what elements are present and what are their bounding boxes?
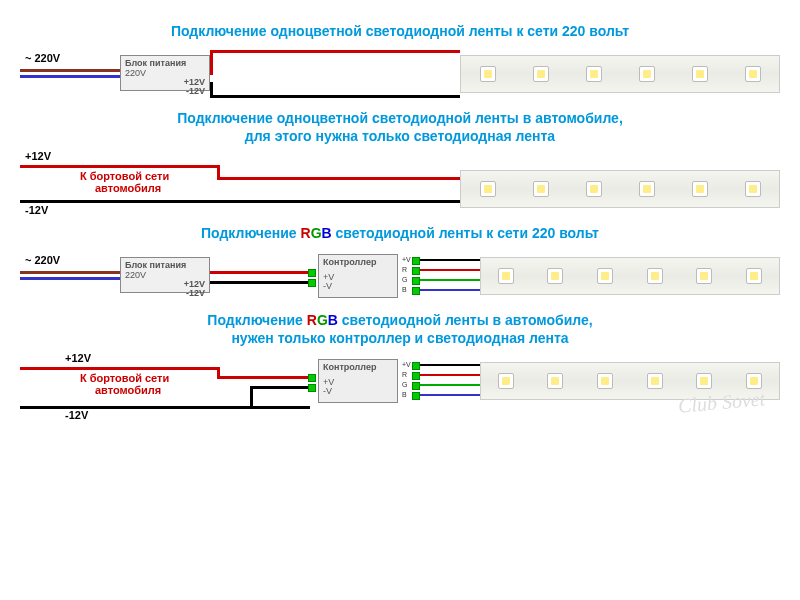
led	[547, 373, 563, 389]
title-2a: Подключение одноцветной светодиодной лен…	[20, 110, 780, 126]
led	[498, 373, 514, 389]
wire-12v-neg-v	[210, 82, 213, 98]
led	[647, 373, 663, 389]
ctrl-vp: +V	[323, 273, 393, 282]
out-g: G	[402, 276, 407, 283]
wire-neg-2	[250, 386, 310, 389]
rgb-r: R	[307, 312, 317, 328]
power-supply: Блок питания 220V +12V -12V	[120, 257, 210, 293]
led	[498, 268, 514, 284]
ctrl-title: Контроллер	[323, 362, 393, 372]
led	[647, 268, 663, 284]
terminal	[412, 372, 420, 380]
title-3-post: светодиодной ленты к сети 220 вольт	[332, 225, 599, 241]
wire-pos-1	[20, 165, 220, 168]
out-g: G	[402, 381, 407, 388]
label-minus12: -12V	[65, 409, 88, 421]
diagram-1: ~ 220V Блок питания 220V +12V -12V	[20, 47, 780, 102]
wire-v	[420, 259, 480, 261]
title-4a: Подключение RGB светодиодной ленты в авт…	[20, 312, 780, 328]
led	[745, 66, 761, 82]
wire-pos-2	[217, 177, 460, 180]
led	[480, 181, 496, 197]
led	[597, 268, 613, 284]
led	[745, 181, 761, 197]
ctrl-vp: +V	[323, 378, 393, 387]
led	[597, 373, 613, 389]
wire-12v-pos-v	[210, 50, 213, 75]
psu-title: Блок питания	[125, 260, 205, 270]
led	[639, 66, 655, 82]
label-plus12: +12V	[65, 352, 91, 364]
wire-12v-pos	[210, 50, 460, 53]
led-strip-rgb	[480, 257, 780, 295]
psu-out-neg: -12V	[125, 87, 205, 96]
wire-ac-neutral	[20, 75, 120, 78]
label-minus12: -12V	[25, 204, 48, 216]
title-4a-post: светодиодной ленты в автомобиле,	[338, 312, 593, 328]
wire-r	[420, 269, 480, 271]
rgb-b: B	[328, 312, 338, 328]
wire-b	[420, 394, 480, 396]
wire-ac-neutral	[20, 277, 120, 280]
wire-ac-live	[20, 69, 120, 72]
wire-r	[420, 374, 480, 376]
led	[746, 268, 762, 284]
terminal	[412, 392, 420, 400]
psu-in: 220V	[125, 68, 146, 78]
wire-12v-neg	[210, 95, 460, 98]
out-v: +V	[402, 361, 411, 368]
rgb-g: G	[311, 225, 322, 241]
psu-in: 220V	[125, 270, 146, 280]
rgb-r: R	[301, 225, 311, 241]
terminal	[412, 362, 420, 370]
controller: Контроллер +V -V	[318, 254, 398, 298]
out-r: R	[402, 371, 407, 378]
terminal	[412, 287, 420, 295]
wire-neg-1	[20, 406, 310, 409]
led	[480, 66, 496, 82]
terminal	[308, 269, 316, 277]
power-supply: Блок питания 220V +12V -12V	[120, 55, 210, 91]
label-carnet1: К бортовой сети	[80, 170, 169, 182]
led	[639, 181, 655, 197]
terminal	[412, 382, 420, 390]
terminal	[308, 384, 316, 392]
title-4b: нужен только контроллер и светодиодная л…	[20, 330, 780, 346]
out-b: B	[402, 286, 407, 293]
wire-psu-neg	[210, 281, 310, 284]
label-carnet2: автомобиля	[95, 182, 161, 194]
terminal	[412, 277, 420, 285]
psu-out-neg: -12V	[125, 289, 205, 298]
led-strip	[460, 170, 780, 208]
led	[696, 268, 712, 284]
wire-neg	[20, 200, 460, 203]
wire-v	[420, 364, 480, 366]
led	[547, 268, 563, 284]
ctrl-title: Контроллер	[323, 257, 393, 267]
wire-ac-live	[20, 271, 120, 274]
led-strip	[460, 55, 780, 93]
label-plus12: +12V	[25, 150, 51, 162]
terminal	[308, 374, 316, 382]
terminal	[412, 267, 420, 275]
wire-psu-pos	[210, 271, 310, 274]
diagram-3: ~ 220V Блок питания 220V +12V -12V Контр…	[20, 249, 780, 304]
rgb-g: G	[317, 312, 328, 328]
controller: Контроллер +V -V	[318, 359, 398, 403]
led	[692, 181, 708, 197]
led	[692, 66, 708, 82]
wire-pos-2	[217, 376, 310, 379]
title-3-pre: Подключение	[201, 225, 300, 241]
label-carnet1: К бортовой сети	[80, 372, 169, 384]
led	[586, 66, 602, 82]
terminal	[412, 257, 420, 265]
title-1: Подключение одноцветной светодиодной лен…	[20, 23, 780, 39]
wire-pos-1	[20, 367, 220, 370]
diagram-2: +12V К бортовой сети автомобиля -12V	[20, 152, 780, 217]
ctrl-vn: -V	[323, 282, 393, 291]
wire-neg-v	[250, 386, 253, 409]
terminal	[308, 279, 316, 287]
out-b: B	[402, 391, 407, 398]
label-220v: ~ 220V	[25, 254, 60, 266]
